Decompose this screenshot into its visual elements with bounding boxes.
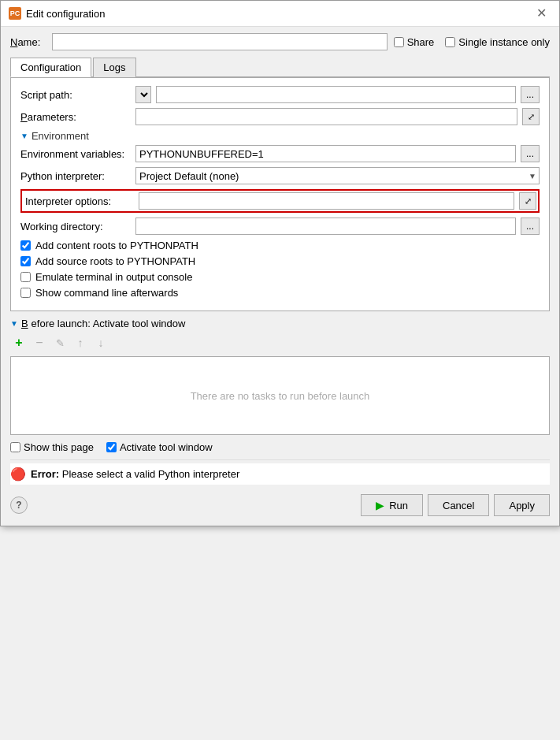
single-instance-checkbox[interactable] xyxy=(445,37,455,47)
before-launch-title: ▼ Before launch: Activate tool window xyxy=(10,318,550,329)
activate-tool-window-label: Activate tool window xyxy=(120,441,213,453)
run-label: Run xyxy=(389,500,408,511)
show-page-label: Show this page xyxy=(24,441,94,453)
share-checkbox[interactable] xyxy=(394,37,404,47)
add-source-roots-label: Add source roots to PYTHONPATH xyxy=(35,255,195,267)
environment-toggle-icon[interactable]: ▼ xyxy=(20,132,28,140)
error-prefix: Error: xyxy=(31,468,59,480)
emulate-terminal-row: Emulate terminal in output console xyxy=(20,271,540,283)
parameters-row: Parameters: ⤢ xyxy=(20,108,540,125)
configuration-tab-content: Script path: ▼ ... Parameters: ⤢ ▼ Envir… xyxy=(10,77,550,311)
working-directory-label: Working directory: xyxy=(20,221,131,232)
tabs: Configuration Logs xyxy=(10,57,550,77)
move-up-button[interactable]: ↑ xyxy=(72,334,89,351)
move-down-button[interactable]: ↓ xyxy=(92,334,109,351)
script-path-row: Script path: ▼ ... xyxy=(20,86,540,103)
header-checkboxes: Share Single instance only xyxy=(394,36,550,48)
activate-tool-window-item: Activate tool window xyxy=(106,441,213,453)
edit-configuration-dialog: PC Edit configuration ✕ Name: Share Sing… xyxy=(0,0,560,526)
tab-configuration[interactable]: Configuration xyxy=(10,58,91,77)
help-button[interactable]: ? xyxy=(10,496,28,514)
apply-button[interactable]: Apply xyxy=(494,494,550,516)
title-bar-left: PC Edit configuration xyxy=(9,7,105,20)
tab-logs[interactable]: Logs xyxy=(93,58,135,77)
error-icon: 🔴 xyxy=(10,467,26,482)
add-content-roots-row: Add content roots to PYTHONPATH xyxy=(20,240,540,251)
script-path-input[interactable] xyxy=(156,86,516,103)
single-instance-label: Single instance only xyxy=(458,36,550,48)
parameters-label: Parameters: xyxy=(20,111,131,123)
add-source-roots-row: Add source roots to PYTHONPATH xyxy=(20,255,540,267)
cancel-button[interactable]: Cancel xyxy=(428,494,489,516)
emulate-terminal-checkbox[interactable] xyxy=(20,272,31,282)
name-label: Name: xyxy=(10,36,46,48)
interpreter-options-label: Interpreter options: xyxy=(24,195,134,207)
python-interpreter-label: Python interpreter: xyxy=(20,170,131,182)
add-content-roots-label: Add content roots to PYTHONPATH xyxy=(35,240,198,251)
action-buttons: ▶ Run Cancel Apply xyxy=(361,494,550,516)
script-path-label: Script path: xyxy=(20,89,131,101)
activate-tool-window-checkbox[interactable] xyxy=(106,442,117,452)
show-page-item: Show this page xyxy=(10,441,94,453)
run-icon: ▶ xyxy=(376,499,384,511)
add-content-roots-checkbox[interactable] xyxy=(20,240,31,251)
interpreter-options-row: Interpreter options: ⤢ xyxy=(20,189,540,213)
launch-tasks-empty-box: There are no tasks to run before launch xyxy=(10,356,550,435)
share-checkbox-item: Share xyxy=(394,36,435,48)
interpreter-options-expand-button[interactable]: ⤢ xyxy=(519,192,536,210)
name-input[interactable] xyxy=(52,33,388,50)
env-vars-row: Environment variables: ... xyxy=(20,145,540,162)
environment-label: Environment xyxy=(32,130,89,142)
remove-task-button[interactable]: − xyxy=(31,334,48,351)
before-launch-label: efore launch: Activate tool window xyxy=(32,318,186,329)
emulate-terminal-label: Emulate terminal in output console xyxy=(35,271,192,283)
environment-section-header: ▼ Environment xyxy=(20,130,540,142)
dialog-content: Name: Share Single instance only Configu… xyxy=(1,27,559,526)
button-row: ? ▶ Run Cancel Apply xyxy=(10,489,550,519)
error-message: Error: Please select a valid Python inte… xyxy=(31,468,239,480)
env-vars-input[interactable] xyxy=(135,145,516,162)
bottom-checkboxes: Show this page Activate tool window xyxy=(10,441,550,453)
before-launch-toggle-icon[interactable]: ▼ xyxy=(10,319,18,328)
parameters-expand-button[interactable]: ⤢ xyxy=(522,108,540,125)
error-row: 🔴 Error: Please select a valid Python in… xyxy=(10,463,550,485)
before-launch-section: ▼ Before launch: Activate tool window + … xyxy=(10,318,550,453)
script-path-browse-button[interactable]: ... xyxy=(521,86,540,103)
script-path-type-dropdown[interactable]: ▼ xyxy=(135,86,151,103)
add-task-button[interactable]: + xyxy=(10,334,28,351)
show-command-line-checkbox[interactable] xyxy=(20,288,31,298)
dialog-title: Edit configuration xyxy=(26,8,105,20)
working-directory-browse-button[interactable]: ... xyxy=(521,218,540,235)
python-interpreter-row: Python interpreter: Project Default (non… xyxy=(20,167,540,184)
edit-task-button[interactable]: ✎ xyxy=(51,334,69,351)
single-instance-checkbox-item: Single instance only xyxy=(445,36,550,48)
name-row: Name: Share Single instance only xyxy=(10,33,550,50)
before-launch-toolbar: + − ✎ ↑ ↓ xyxy=(10,334,550,351)
working-directory-row: Working directory: ... xyxy=(20,218,540,235)
app-icon: PC xyxy=(9,7,21,20)
add-source-roots-checkbox[interactable] xyxy=(20,256,31,266)
parameters-input[interactable] xyxy=(135,108,517,125)
working-directory-input[interactable] xyxy=(135,218,516,235)
show-page-checkbox[interactable] xyxy=(10,442,20,452)
env-vars-label: Environment variables: xyxy=(20,148,131,160)
run-button[interactable]: ▶ Run xyxy=(361,494,423,516)
close-button[interactable]: ✕ xyxy=(532,6,551,21)
share-label: Share xyxy=(407,36,435,48)
divider xyxy=(10,459,550,460)
empty-tasks-message: There are no tasks to run before launch xyxy=(191,390,370,402)
python-interpreter-select[interactable]: Project Default (none) xyxy=(135,167,540,184)
show-command-line-row: Show command line afterwards xyxy=(20,287,540,299)
title-bar: PC Edit configuration ✕ xyxy=(1,1,559,27)
env-vars-browse-button[interactable]: ... xyxy=(521,145,540,162)
error-detail: Please select a valid Python interpreter xyxy=(62,468,239,480)
python-interpreter-wrapper: Project Default (none) ▼ xyxy=(135,167,540,184)
show-command-line-label: Show command line afterwards xyxy=(35,287,178,299)
interpreter-options-input[interactable] xyxy=(139,192,514,210)
